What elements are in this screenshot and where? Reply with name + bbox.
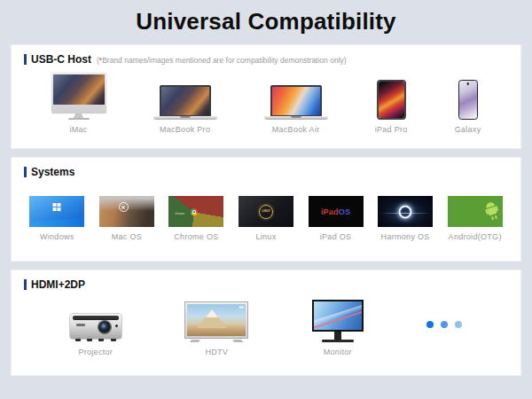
output-hdtv: 4K HDTV [184,301,248,356]
os-label: Windows [40,232,74,241]
section-title: Systems [31,166,74,178]
device-label: Galaxy [455,125,481,134]
accent-bar [24,279,27,290]
output-label: HDTV [205,348,228,356]
dot-icon [455,321,462,328]
more-dots [426,321,462,328]
monitor-icon [312,300,364,342]
linux-os-icon: LINUX [239,196,293,227]
harmony-ring-icon [399,205,412,218]
os-label: Chrome OS [174,232,218,241]
ipados-wordmark-2: OS [339,207,350,216]
section-hdmi-2dp: HDMI+2DP Projector [11,270,521,376]
accent-bar [24,167,27,177]
device-macbook-pro: MacBook Pro [153,85,217,134]
section-usbc-host: USB-C Host (*Brand names/images mentione… [11,44,521,149]
os-label: Mac OS [112,232,142,241]
section-header: USB-C Host (*Brand names/images mentione… [12,45,520,66]
ipad-os-icon: iPadOS [309,196,364,227]
windows-os-icon [29,196,84,227]
device-label: MacBook Air [272,125,320,134]
device-imac: iMac [51,73,106,134]
section-header: HDMI+2DP [12,270,520,291]
imac-icon [51,73,106,120]
section-title: HDMI+2DP [31,278,85,291]
galaxy-phone-icon [458,80,478,120]
device-label: iMac [69,125,87,134]
dot-icon [441,321,448,328]
android-robot-icon [483,200,500,221]
device-macbook-air: MacBook Air [264,85,328,134]
os-android: android Android(OTG) [448,196,503,241]
section-title: USB-C Host [31,53,91,66]
android-os-icon: android [448,196,503,227]
device-label: MacBook Pro [160,125,210,134]
page: Universal Compatibility USB-C Host (*Bra… [0,0,532,399]
linux-badge-icon: LINUX [259,205,273,219]
os-chrome: chrome Chrome OS [168,196,223,241]
output-label: Projector [78,348,113,356]
section-header: Systems [12,158,520,178]
linux-wordmark: LINUX [262,210,270,213]
harmony-os-icon [378,196,433,227]
os-label: Linux [255,232,276,241]
chrome-logo-icon [191,208,198,215]
device-ipad-pro: iPad Pro [375,80,408,134]
output-projector: Projector [70,314,121,356]
disclaimer-note: (*Brand names/images mentioned are for c… [97,56,347,65]
os-ipados: iPadOS iPad OS [309,196,364,241]
outputs-row: Projector 4K HDTV [12,300,520,356]
usbc-device-row: iMac MacBook Pro MacBook Air [12,73,520,134]
chrome-os-icon: chrome [168,196,223,227]
macbook-pro-icon [153,85,217,120]
4k-badge: 4K [239,305,245,309]
os-harmony: Harmony OS [378,196,433,241]
accent-bar [24,54,27,65]
chrome-wordmark: chrome [175,212,184,215]
projector-icon [70,314,121,342]
device-label: iPad Pro [375,125,408,134]
output-label: Monitor [324,348,352,356]
projector-lens [98,321,111,333]
macbook-air-icon [264,85,328,120]
windows-logo-icon [53,203,61,211]
os-windows: Windows [29,196,84,241]
osx-logo-icon [119,202,129,212]
mac-os-icon [99,196,154,227]
page-title: Universal Compatibility [0,0,532,35]
dot-icon [426,321,434,328]
os-linux: LINUX Linux [239,196,293,241]
ipad-pro-icon [377,80,406,120]
ipados-wordmark-1: iPad [321,207,339,216]
hdtv-icon: 4K [184,301,248,342]
systems-row: Windows Mac OS chrome Chrome OS [12,196,520,241]
device-galaxy: Galaxy [455,80,481,134]
section-systems: Systems Windows Mac OS chrome [11,157,521,262]
output-monitor: Monitor [312,300,364,356]
os-macos: Mac OS [99,196,154,241]
os-label: Android(OTG) [449,232,502,241]
note-text: Brand names/images mentioned are for com… [102,56,346,65]
os-label: Harmony OS [381,232,430,241]
os-label: iPad OS [320,232,352,241]
